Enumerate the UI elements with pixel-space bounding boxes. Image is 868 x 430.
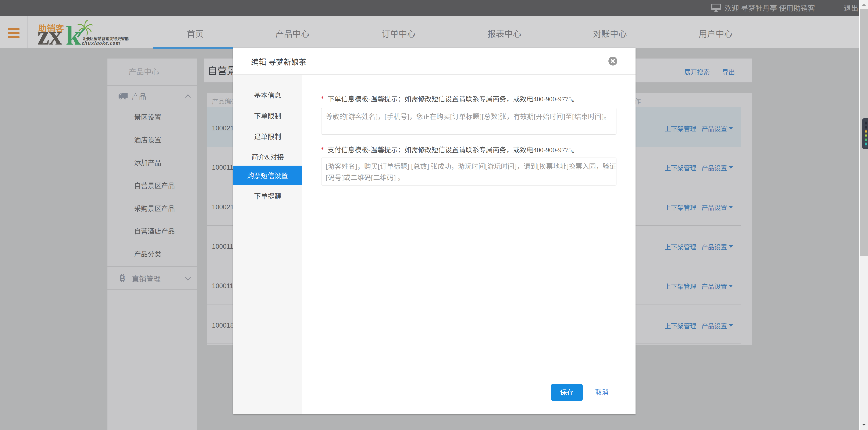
svg-text:B: B bbox=[120, 274, 125, 282]
